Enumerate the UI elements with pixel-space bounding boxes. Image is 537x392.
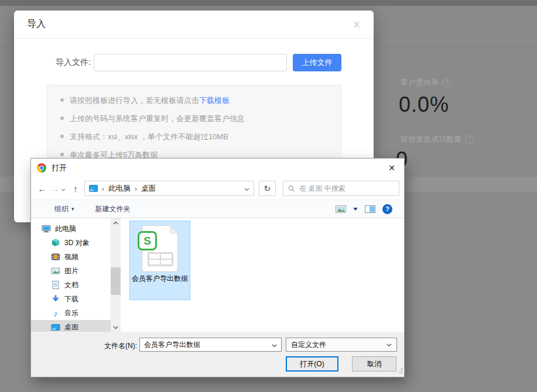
page-fold [169, 225, 178, 234]
open-file-dialog: 打开 ✕ ← → ↑ › 此电脑 › 桌面 ↻ 组织 [30, 158, 405, 377]
sidebar-scrollbar[interactable] [111, 218, 121, 332]
sidebar-label: 桌面 [64, 322, 78, 332]
document-icon [51, 280, 60, 290]
filename-value: 会员客户导出数据 [144, 340, 200, 350]
note-text: 上传的号码与系统客户重复时，会更新覆盖客户信息 [70, 114, 245, 123]
desktop-icon [89, 185, 98, 192]
download-template-link[interactable]: 下载模板 [199, 96, 230, 105]
sidebar-label: 此电脑 [55, 224, 76, 234]
note-item: 上传的号码与系统客户重复时，会更新覆盖客户信息 [60, 109, 331, 128]
search-input[interactable] [299, 184, 394, 192]
organize-label: 组织 [54, 204, 69, 214]
preview-pane-icon[interactable] [365, 205, 375, 213]
upload-row: 导入文件: 上传文件 [56, 54, 374, 71]
note-item: 请按照模板进行导入，若无模板请点击下载模板 [60, 91, 331, 109]
sidebar-item-videos[interactable]: 视频 [31, 250, 111, 264]
help-icon[interactable]: ? [382, 204, 392, 214]
up-icon[interactable]: ↑ [68, 184, 83, 194]
sidebar-item-music[interactable]: ♪ 音乐 [31, 306, 111, 320]
sidebar-label: 图片 [64, 266, 78, 276]
breadcrumb-desktop[interactable]: 桌面 [141, 184, 156, 194]
bullet-dot-icon [60, 116, 64, 120]
refresh-button[interactable]: ↻ [259, 181, 276, 196]
note-text: 支持格式：xsl、xlsx ，单个文件不能超过10MB [70, 132, 228, 141]
sidebar-item-this-pc[interactable]: 此电脑 [31, 222, 111, 236]
recent-locations-chevron-icon[interactable] [61, 183, 68, 194]
close-icon[interactable]: X [354, 19, 360, 29]
file-type-select[interactable]: 自定义文件 [286, 338, 397, 352]
import-file-label: 导入文件: [56, 57, 94, 68]
stat-customer-intent: 客户意向率 ? [401, 77, 451, 88]
import-file-input[interactable] [94, 54, 287, 71]
cube-icon [51, 238, 60, 247]
places-sidebar: 此电脑 3D 对象 视频 图片 文档 [31, 218, 121, 332]
refresh-icon: ↻ [264, 184, 271, 193]
stat-sms-success: 短信发送成功数量 ? [401, 134, 474, 145]
search-box [283, 181, 399, 196]
close-icon[interactable]: ✕ [385, 163, 398, 173]
view-thumbnail-icon[interactable] [336, 205, 346, 213]
sidebar-item-pictures[interactable]: 图片 [31, 264, 111, 278]
sidebar-item-3d-objects[interactable]: 3D 对象 [31, 236, 111, 250]
screen: 客户意向率 ? 0.0% 短信发送成功数量 ? 0 导入 X 导入文件: 上传文… [0, 0, 537, 392]
sidebar-label: 下载 [64, 294, 78, 304]
filename-combobox[interactable]: 会员客户导出数据 [139, 338, 282, 352]
modal-title: 导入 [27, 18, 46, 30]
search-icon [288, 185, 295, 192]
scroll-up-icon[interactable] [111, 218, 121, 227]
spreadsheet-badge-icon: S [138, 231, 157, 250]
sidebar-label: 视频 [64, 252, 78, 262]
address-bar[interactable]: › 此电脑 › 桌面 [84, 181, 254, 196]
dialog-title-bar[interactable]: 打开 ✕ [31, 159, 404, 177]
film-icon [51, 252, 60, 262]
sidebar-item-downloads[interactable]: 下载 [31, 292, 111, 306]
file-name: 会员客户导出数据 [132, 274, 188, 283]
chrome-icon [37, 163, 46, 173]
file-list[interactable]: S 会员客户导出数据 [121, 218, 404, 332]
spreadsheet-file-icon: S [142, 225, 178, 272]
bullet-dot-icon [60, 135, 64, 138]
upload-file-button[interactable]: 上传文件 [293, 54, 341, 71]
dialog-main: 此电脑 3D 对象 视频 图片 文档 [31, 218, 404, 332]
sidebar-label: 音乐 [64, 308, 78, 318]
question-circle-icon: ? [465, 135, 474, 144]
organize-menu[interactable]: 组织 ▾ [54, 204, 74, 214]
file-type-value: 自定义文件 [291, 340, 326, 350]
breadcrumb-separator: › [135, 184, 137, 193]
forward-icon[interactable]: → [49, 184, 61, 194]
download-arrow-icon [51, 294, 60, 304]
command-bar-right: ? [336, 204, 392, 214]
resize-grip[interactable] [397, 365, 403, 376]
address-dropdown-chevron-icon[interactable] [244, 183, 249, 194]
dialog-title: 打开 [52, 163, 67, 173]
sidebar-label: 3D 对象 [64, 238, 90, 248]
open-button[interactable]: 打开(O) [286, 356, 338, 372]
music-note-icon: ♪ [51, 308, 60, 318]
new-folder-button[interactable]: 新建文件夹 [95, 204, 131, 214]
view-options-chevron-icon[interactable] [353, 206, 358, 212]
chevron-down-icon[interactable] [272, 339, 277, 350]
dialog-footer: 文件名(N): 会员客户导出数据 自定义文件 打开(O) 取消 [31, 332, 404, 377]
note-item: 支持格式：xsl、xlsx ，单个文件不能超过10MB [60, 128, 331, 146]
scroll-down-icon[interactable] [111, 323, 121, 332]
table-grid-icon [148, 252, 173, 266]
breadcrumb-this-pc[interactable]: 此电脑 [108, 184, 131, 194]
file-item-selected[interactable]: S 会员客户导出数据 [129, 221, 190, 300]
back-icon[interactable]: ← [36, 184, 49, 194]
page-top-bar [0, 0, 537, 6]
import-modal-header: 导入 X [14, 11, 374, 39]
stat-customer-intent-value: 0.0% [399, 92, 449, 117]
note-text: 请按照模板进行导入，若无模板请点击 [70, 96, 199, 105]
stat-label: 短信发送成功数量 [401, 134, 461, 145]
sidebar-label: 文档 [64, 280, 78, 290]
picture-icon [51, 266, 60, 276]
scrollbar-thumb[interactable] [111, 267, 121, 295]
stat-label: 客户意向率 [401, 77, 439, 88]
command-bar: 组织 ▾ 新建文件夹 ? [31, 200, 404, 218]
question-circle-icon: ? [442, 78, 451, 87]
caret-down-icon: ▾ [71, 206, 74, 212]
chevron-down-icon [386, 341, 392, 349]
sidebar-item-documents[interactable]: 文档 [31, 278, 111, 292]
bullet-dot-icon [60, 98, 64, 102]
cancel-button[interactable]: 取消 [352, 356, 396, 372]
